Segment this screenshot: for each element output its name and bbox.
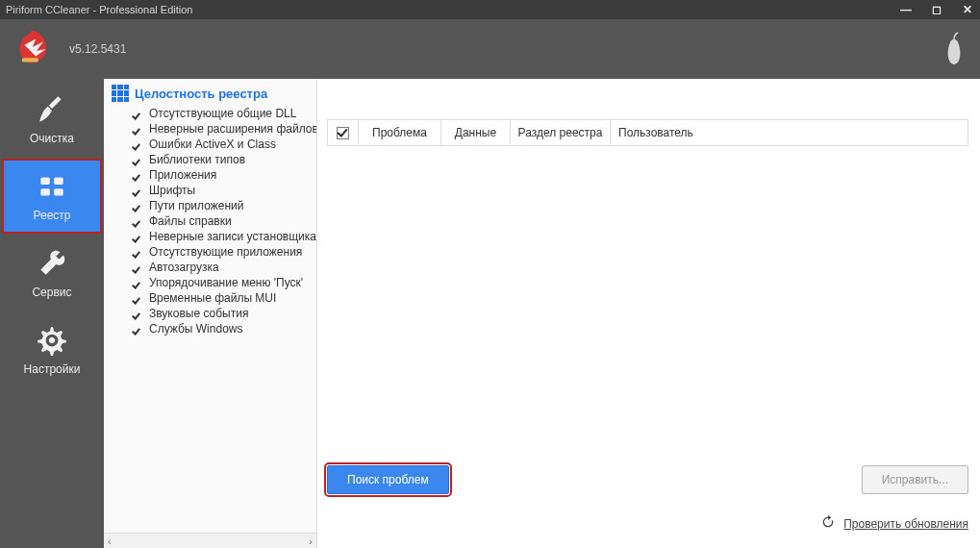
category-label: Неверные записи установщика (149, 230, 316, 243)
close-icon[interactable]: ✕ (961, 3, 974, 16)
table-header: Проблема Данные Раздел реестра Пользоват… (328, 120, 967, 145)
panel-scrollbar[interactable]: ‹ › (104, 533, 316, 548)
fix-button[interactable]: Исправить... (862, 465, 968, 494)
category-list: Отсутствующие общие DLLНеверные расширен… (112, 106, 316, 336)
check-icon (133, 232, 142, 241)
category-item[interactable]: Ошибки ActiveX и Class (112, 137, 316, 152)
check-icon (133, 201, 142, 211)
category-item[interactable]: Службы Windows (112, 321, 316, 336)
category-item[interactable]: Библиотеки типов (112, 152, 316, 167)
footer: Проверить обновления (820, 514, 968, 533)
col-section[interactable]: Раздел реестра (511, 120, 611, 145)
category-label: Отсутствующие приложения (149, 245, 302, 259)
refresh-icon[interactable] (820, 514, 836, 533)
nav-label: Сервис (32, 286, 71, 299)
gear-icon (36, 324, 68, 357)
category-label: Ошибки ActiveX и Class (149, 137, 276, 151)
svg-rect-0 (22, 58, 38, 62)
main-content: Проблема Данные Раздел реестра Пользоват… (317, 79, 980, 548)
titlebar: Piriform CCleaner - Professional Edition… (0, 0, 980, 19)
svg-rect-3 (40, 188, 50, 195)
results-table: Проблема Данные Раздел реестра Пользоват… (327, 119, 968, 146)
check-icon (133, 124, 142, 134)
category-item[interactable]: Пути приложений (112, 198, 316, 213)
svg-rect-2 (54, 177, 63, 184)
check-icon (133, 324, 142, 334)
minimize-icon[interactable]: — (899, 3, 913, 16)
check-icon (133, 139, 142, 149)
svg-rect-4 (54, 188, 63, 195)
nav-registry[interactable]: Реестр (2, 159, 102, 234)
svg-rect-1 (40, 177, 50, 184)
category-label: Шрифты (149, 184, 195, 197)
scroll-right-icon[interactable]: › (309, 536, 313, 547)
category-item[interactable]: Неверные расширения файлов (112, 121, 316, 137)
check-updates-link[interactable]: Проверить обновления (843, 517, 968, 531)
category-item[interactable]: Неверные записи установщика (112, 229, 316, 244)
category-item[interactable]: Временные файлы MUI (112, 290, 316, 306)
registry-categories-panel: Целостность реестра Отсутствующие общие … (104, 79, 317, 548)
app-logo-icon (12, 29, 52, 69)
check-icon (133, 186, 142, 195)
check-icon (133, 262, 142, 272)
category-label: Автозагрузка (149, 261, 219, 274)
check-icon (133, 293, 142, 303)
broom-icon (36, 93, 68, 126)
app-title: Piriform CCleaner - Professional Edition (6, 4, 192, 15)
category-item[interactable]: Упорядочивание меню 'Пуск' (112, 275, 316, 290)
category-label: Упорядочивание меню 'Пуск' (149, 276, 303, 289)
nav-label: Очистка (30, 132, 74, 145)
scan-button[interactable]: Поиск проблем (327, 465, 449, 494)
action-row: Поиск проблем Исправить... (327, 465, 968, 494)
category-label: Файлы справки (149, 214, 232, 228)
category-label: Звуковые события (149, 307, 248, 320)
category-item[interactable]: Файлы справки (112, 213, 316, 229)
category-item[interactable]: Шрифты (112, 183, 316, 198)
category-label: Временные файлы MUI (149, 291, 276, 305)
category-label: Пути приложений (149, 199, 243, 212)
category-label: Неверные расширения файлов (149, 122, 316, 136)
check-icon (133, 170, 142, 180)
category-item[interactable]: Отсутствующие приложения (112, 244, 316, 260)
app-header: v5.12.5431 (0, 19, 980, 79)
nav-tools[interactable]: Сервис (0, 236, 104, 311)
panel-title-text: Целостность реестра (135, 87, 267, 101)
sidebar: Очистка Реестр Сервис Настройки (0, 79, 104, 548)
nav-clean[interactable]: Очистка (0, 82, 104, 157)
col-user[interactable]: Пользователь (611, 120, 711, 145)
category-label: Приложения (149, 168, 216, 182)
window-controls: — ◻ ✕ (899, 3, 974, 16)
version-label: v5.12.5431 (69, 42, 126, 56)
nav-options[interactable]: Настройки (0, 312, 104, 387)
panel-title: Целостность реестра (112, 85, 316, 102)
category-item[interactable]: Приложения (112, 167, 316, 183)
category-label: Службы Windows (149, 322, 242, 336)
nav-label: Настройки (24, 362, 81, 376)
check-icon (133, 309, 142, 318)
maximize-icon[interactable]: ◻ (930, 3, 943, 16)
col-data[interactable]: Данные (441, 120, 511, 145)
check-icon (133, 109, 142, 118)
grid-icon (112, 85, 129, 102)
wrench-icon (36, 247, 68, 280)
category-item[interactable]: Звуковые события (112, 306, 316, 321)
col-problem[interactable]: Проблема (359, 120, 441, 145)
blocks-icon (36, 170, 68, 203)
nav-label: Реестр (34, 209, 71, 222)
checkbox-icon[interactable] (337, 127, 349, 139)
category-item[interactable]: Отсутствующие общие DLL (112, 106, 316, 121)
scroll-left-icon[interactable]: ‹ (108, 536, 112, 547)
check-icon (133, 247, 142, 257)
check-icon (133, 216, 142, 226)
category-item[interactable]: Автозагрузка (112, 260, 316, 275)
category-label: Отсутствующие общие DLL (149, 107, 296, 120)
check-icon (133, 278, 142, 287)
col-checkbox[interactable] (328, 120, 359, 145)
category-label: Библиотеки типов (149, 153, 245, 166)
pear-icon (940, 30, 968, 68)
check-icon (133, 155, 142, 164)
